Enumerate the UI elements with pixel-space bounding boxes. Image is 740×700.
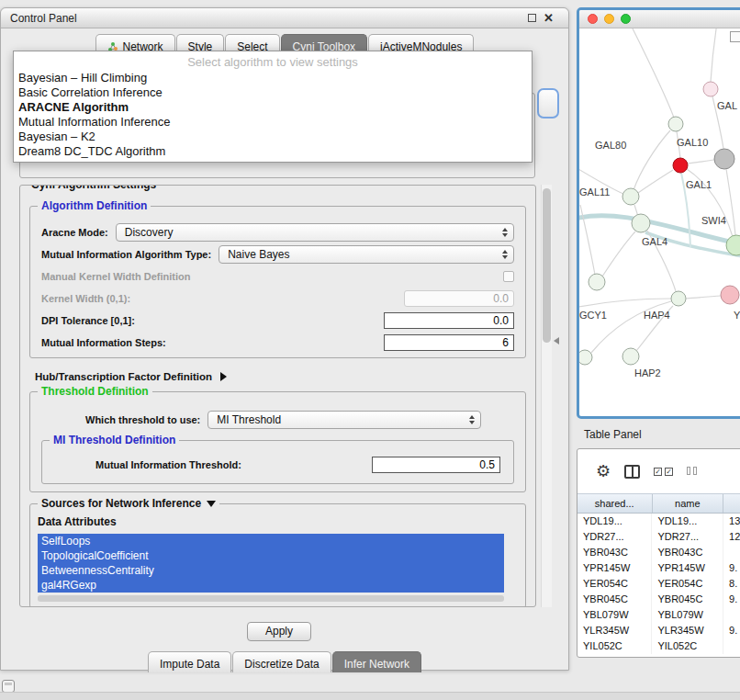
column-header[interactable]	[723, 494, 740, 513]
deselect-all-icon[interactable]	[687, 467, 697, 477]
settings-scrollbar[interactable]	[541, 185, 552, 607]
network-node[interactable]	[703, 82, 718, 96]
attribute-item[interactable]: TopologicalCoefficient	[38, 548, 504, 563]
float-window-icon[interactable]	[528, 14, 536, 22]
aracne-mode-row: Aracne Mode: Discovery	[41, 221, 514, 243]
mi-steps-input[interactable]	[384, 334, 514, 351]
algorithm-option[interactable]: Dream8 DC_TDC Algorithm	[14, 144, 532, 159]
table-row[interactable]: YDR27...YDR27...12	[577, 529, 740, 545]
panel-collapse-arrow[interactable]	[554, 337, 559, 344]
table-cell: YIL052C	[577, 638, 652, 654]
network-edge	[630, 28, 674, 118]
node-label: GAL80	[595, 140, 626, 151]
mi-steps-label: Mutual Information Steps:	[41, 337, 166, 348]
mi-threshold-row: Mutual Information Threshold:	[51, 454, 504, 476]
node-label: GAL	[717, 100, 737, 111]
table-panel-title: Table Panel	[584, 428, 642, 441]
network-node[interactable]	[589, 274, 605, 290]
table-row[interactable]: YLR345WYLR345W9.	[577, 623, 740, 638]
aracne-mode-select[interactable]: Discovery	[116, 223, 514, 242]
close-traffic-light[interactable]	[588, 14, 598, 24]
combo-value: MI Threshold	[217, 413, 281, 426]
mi-threshold-definition-group: MI Threshold Definition Mutual Informati…	[41, 440, 514, 484]
panel-dock-icon[interactable]	[2, 680, 15, 693]
table-cell: YDR27...	[577, 529, 652, 545]
mi-type-select[interactable]: Naive Bayes	[219, 245, 514, 264]
algorithm-option[interactable]: ARACNE Algorithm	[14, 100, 532, 115]
algorithm-option[interactable]: Bayesian – Hill Climbing	[14, 71, 532, 85]
mi-threshold-input[interactable]	[372, 457, 500, 473]
table-cell: YDL19...	[652, 514, 723, 529]
network-window-titlebar[interactable]	[579, 10, 740, 28]
network-node[interactable]	[714, 149, 734, 169]
close-icon[interactable]: ✕	[544, 12, 554, 24]
manual-kernel-label: Manual Kernel Width Definition	[41, 271, 190, 282]
minimize-traffic-light[interactable]	[604, 14, 614, 24]
titlebar-icons: ✕	[528, 12, 554, 24]
select-all-icon[interactable]: ✓✓	[654, 468, 673, 476]
column-header[interactable]: name	[653, 494, 724, 513]
attribute-item[interactable]: BetweennessCentrality	[38, 563, 504, 578]
dropdown-placeholder[interactable]: Select algorithm to view settings	[14, 53, 532, 71]
tab-impute-data[interactable]: Impute Data	[148, 651, 231, 672]
apply-button[interactable]: Apply	[247, 622, 311, 641]
tab-infer-network[interactable]: Infer Network	[332, 651, 421, 672]
hub-definition-label: Hub/Transcription Factor Definition	[35, 371, 212, 382]
window-title: Control Panel	[10, 12, 77, 25]
network-node[interactable]	[673, 158, 688, 173]
network-node[interactable]	[632, 214, 650, 232]
network-edge	[688, 160, 714, 164]
algorithm-option[interactable]: Basic Correlation Inference	[14, 85, 532, 100]
focused-button-fragment[interactable]	[537, 88, 559, 119]
kernel-width-label: Kernel Width (0,1):	[41, 293, 130, 304]
table-row[interactable]: YPR145WYPR145W9.	[577, 560, 740, 576]
table-row[interactable]: YIL052CYIL052C	[577, 638, 740, 654]
manual-kernel-checkbox[interactable]	[503, 271, 514, 282]
attribute-item[interactable]: SelfLoops	[38, 534, 504, 548]
network-node[interactable]	[668, 117, 683, 131]
tab-label: Impute Data	[160, 658, 219, 671]
gear-icon[interactable]: ⚙	[596, 463, 611, 480]
network-edge	[686, 296, 721, 299]
table-row[interactable]: YDL19...YDL19...13	[577, 514, 740, 529]
network-node[interactable]	[671, 291, 686, 306]
table-cell: YPR145W	[652, 560, 723, 576]
network-canvas[interactable]: GALGAL80GAL10GAL11GAL1SWI4GAL4GCY1HAP4YH…	[579, 28, 740, 416]
network-node[interactable]	[579, 350, 592, 365]
scrollbar-thumb[interactable]	[543, 188, 551, 343]
table-cell: 8.	[723, 576, 740, 592]
column-header[interactable]: shared...	[577, 494, 653, 513]
mi-threshold-label: Mutual Information Threshold:	[95, 459, 241, 470]
tab-discretize-data[interactable]: Discretize Data	[232, 651, 331, 672]
attributes-hscrollbar[interactable]	[38, 595, 504, 602]
columns-icon[interactable]	[624, 465, 640, 479]
network-view-window: GALGAL80GAL10GAL11GAL1SWI4GAL4GCY1HAP4YH…	[577, 7, 740, 419]
zoom-traffic-light[interactable]	[621, 14, 631, 24]
dpi-tolerance-input[interactable]	[384, 312, 514, 329]
expanded-arrow-icon	[207, 501, 216, 507]
sources-toggle[interactable]: Sources for Network Inference	[38, 497, 219, 510]
kernel-width-input[interactable]	[404, 290, 514, 307]
network-edge	[633, 130, 670, 190]
table-row[interactable]: YER054CYER054C8.	[577, 576, 740, 592]
table-cell: YER054C	[652, 576, 723, 592]
network-edge	[711, 28, 717, 82]
table-row[interactable]: YBR043CYBR043C	[577, 545, 740, 560]
table-row[interactable]: YBR045CYBR045C9.	[577, 592, 740, 607]
collapsed-arrow-icon	[220, 372, 227, 381]
network-node[interactable]	[721, 286, 739, 304]
mi-type-label: Mutual Information Algorithm Type:	[41, 249, 211, 260]
network-node[interactable]	[622, 188, 639, 205]
network-edge	[726, 169, 735, 235]
control-panel-titlebar[interactable]: Control Panel ✕	[1, 8, 568, 28]
algorithm-option[interactable]: Bayesian – K2	[14, 130, 532, 144]
algorithm-option[interactable]: Mutual Information Inference	[14, 115, 532, 130]
group-title: MI Threshold Definition	[50, 434, 179, 446]
combo-value: Discovery	[125, 226, 174, 239]
table-row[interactable]: YBL079WYBL079W	[577, 607, 740, 623]
network-node[interactable]	[622, 348, 639, 365]
network-scroll-box[interactable]	[730, 31, 740, 42]
attribute-item[interactable]: gal4RGexp	[38, 578, 504, 593]
which-threshold-select[interactable]: MI Threshold	[207, 411, 481, 429]
hub-definition-toggle[interactable]: Hub/Transcription Factor Definition	[35, 369, 526, 384]
